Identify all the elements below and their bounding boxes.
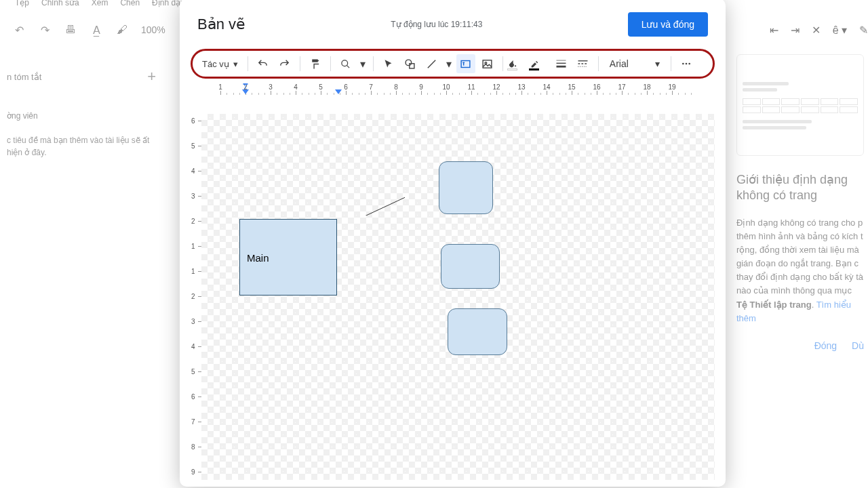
drawing-dialog: Bản vẽ Tự động lưu lúc 19:11:43 Lưu và đ… [180,0,726,487]
svg-point-10 [515,65,516,66]
autosave-status: Tự động lưu lúc 19:11:43 [391,20,482,29]
outline-panel: n tóm tắt+ ờng viên c tiêu đề mà bạn thê… [0,47,163,165]
info-panel: Giới thiệu định dạng không có trang Định… [731,47,868,358]
preview-card [736,54,864,156]
shape-main-label: Main [247,251,269,263]
svg-line-4 [428,60,435,67]
connector-lines [201,114,405,216]
clear-format-icon: ✕ [812,24,821,37]
plus-icon: + [147,68,156,85]
line-tool[interactable] [422,54,441,73]
editing-mode-icon: ✎ [859,24,868,37]
save-and-close-button[interactable]: Lưu và đóng [628,12,708,37]
textbox-tool[interactable] [456,54,475,73]
shape-main-box[interactable]: Main [239,219,337,296]
font-selector[interactable]: Arial▾ [604,58,665,69]
horizontal-ruler: 12345678910111213141516171819 [201,83,715,95]
first-line-indent-marker [243,83,248,89]
fill-color-button[interactable] [509,54,528,73]
input-tools-icon: ê ▾ [833,24,847,37]
try-link: Dù [852,340,864,351]
image-tool[interactable] [478,54,497,73]
svg-point-17 [682,63,684,65]
redo-button[interactable] [275,54,294,73]
outline-label: ờng viên [7,111,156,121]
summary-label: n tóm tắt [7,72,41,82]
dialog-title: Bản vẽ [197,16,245,33]
line-dropdown[interactable]: ▾ [444,54,454,73]
svg-point-18 [685,63,687,65]
shape-tool[interactable] [401,54,420,73]
shape-child-1[interactable] [439,161,493,214]
paint-format-icon: 🖌 [115,23,129,37]
svg-line-1 [347,65,350,68]
zoom-dropdown[interactable]: ▾ [358,54,368,73]
spellcheck-icon: A̲ [90,23,103,37]
svg-rect-3 [410,63,414,68]
undo-icon: ↶ [12,23,26,37]
svg-point-19 [688,63,690,65]
svg-point-2 [406,60,412,66]
actions-dropdown[interactable]: Tác vụ▾ [198,59,242,69]
svg-point-0 [342,60,348,66]
close-link: Đóng [814,340,837,351]
main-toolbar-right: ⇤ ⇥ ✕ ê ▾ ✎ [770,16,868,43]
more-button[interactable] [677,54,696,73]
drawing-toolbar: Tác vụ▾ ▾ ▾ Arial▾ [198,53,707,75]
undo-button[interactable] [254,54,273,73]
svg-rect-5 [461,60,470,67]
shape-child-2[interactable] [441,244,500,289]
svg-rect-8 [483,60,492,67]
border-dash-button[interactable] [574,54,593,73]
outline-empty-text: c tiêu đề mà bạn thêm vào tài liệu sẽ ất… [7,134,156,159]
redo-icon: ↷ [38,23,52,37]
print-icon: 🖶 [64,23,77,37]
zoom-level: 100% [141,24,165,35]
paint-format-button[interactable] [306,54,325,73]
border-weight-button[interactable] [552,54,571,73]
vertical-ruler: 654321123456789 [191,114,201,480]
indent-decrease-icon: ⇤ [770,24,778,37]
select-tool[interactable] [379,54,398,73]
right-indent-marker [335,89,342,94]
left-indent-marker [242,89,249,94]
toolbar-highlight: Tác vụ▾ ▾ ▾ Arial▾ [191,49,715,79]
panel-title: Giới thiệu định dạng không có trang [736,172,864,204]
border-color-button[interactable] [530,54,549,73]
zoom-button[interactable] [336,54,355,73]
svg-line-20 [337,182,405,216]
panel-body: Định dạng không có trang cho p thêm hình… [736,216,864,325]
indent-increase-icon: ⇥ [791,24,800,37]
shape-child-3[interactable] [448,308,507,355]
drawing-canvas[interactable]: Main [201,114,715,480]
